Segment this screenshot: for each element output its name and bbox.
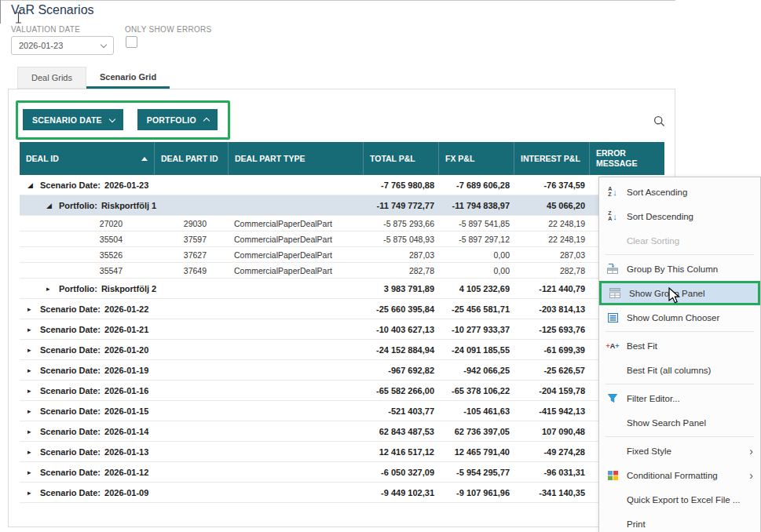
group-value: 2026-01-13 [104,447,148,457]
interest-pl-cell: 22 248,19 [514,219,590,228]
menu-item-conditional-formatting[interactable]: Conditional Formatting› [599,463,760,487]
column-header-label: DEAL ID [26,154,59,164]
grid-header-row: DEAL IDDEAL PART IDDEAL PART TYPETOTAL P… [20,142,664,175]
menu-item-show-group-panel[interactable]: Show Group Panel [599,281,760,305]
menu-item-show-column-chooser[interactable]: Show Column Chooser [599,305,760,330]
group-indent [20,184,27,185]
collapse-icon[interactable]: ◢ [46,202,59,210]
group-row[interactable]: ▸Scenario Date:2026-01-12-6 050 327,09-5… [20,462,664,483]
chevron-down-icon [101,42,107,48]
group-cell: ▸Scenario Date:2026-01-09 [20,488,364,497]
deal-part-type-cell: CommercialPaperDealPart [229,266,364,275]
expand-icon[interactable]: ▸ [27,448,40,456]
column-context-menu: AZ↓Sort AscendingZA↓Sort DescendingClear… [598,177,761,532]
menu-item-fixed-style[interactable]: Fixed Style› [599,439,760,463]
menu-item-sort-descending[interactable]: ZA↓Sort Descending [599,204,760,228]
table-row[interactable]: 3552637627CommercialPaperDealPart287,030… [20,247,664,263]
menu-item-label: Sort Descending [627,212,693,221]
table-row[interactable]: 3554737649CommercialPaperDealPart282,780… [20,263,664,279]
menu-separator [606,384,754,384]
menu-item-best-fit[interactable]: +A+Best Fit [599,333,760,358]
deal-part-type-cell: CommercialPaperDealPart [229,219,364,228]
menu-item-show-search-panel[interactable]: Show Search Panel [599,410,760,435]
menu-item-quick-export-to-excel-file[interactable]: Quick Export to Excel File ... [599,487,760,512]
expand-icon[interactable]: ▸ [27,489,40,497]
group-row[interactable]: ◢Portfolio:Riskportfölj 1-11 749 772,77-… [20,195,664,216]
expand-icon[interactable]: ▸ [27,305,40,313]
expand-icon[interactable]: ▸ [27,326,40,333]
group-row[interactable]: ▸Scenario Date:2026-01-16-65 582 266,00-… [20,381,664,401]
column-header-error-message[interactable]: ERROR MESSAGE [590,142,664,175]
group-row[interactable]: ▸Scenario Date:2026-01-20-24 152 884,94-… [20,340,664,360]
tab-deal-grids[interactable]: Deal Grids [17,67,86,89]
menu-item-group-by-this-column[interactable]: Group By This Column [599,257,760,281]
expand-icon[interactable]: ▸ [27,387,40,395]
total-pl-cell: 3 983 791,89 [364,284,439,293]
expand-icon[interactable]: ▸ [46,285,59,293]
column-header-fx-p-l[interactable]: FX P&L [439,142,514,175]
expand-icon[interactable]: ▸ [27,428,40,435]
search-icon[interactable] [651,113,667,129]
tab-scenario-grid[interactable]: Scenario Grid [86,67,170,89]
deal-id-cell: 27020 [20,219,155,228]
group-cell: ▸Scenario Date:2026-01-19 [20,366,364,375]
column-header-deal-id[interactable]: DEAL ID [20,142,155,175]
expand-icon[interactable]: ▸ [27,346,40,354]
group-value: 2026-01-21 [104,325,148,334]
group-row[interactable]: ▸Scenario Date:2026-01-19-967 692,82-942… [20,360,664,381]
only-show-errors-label: ONLY SHOW ERRORS [125,25,212,34]
group-row[interactable]: ▸Portfolio:Riskportfölj 23 983 791,894 1… [20,279,664,299]
interest-pl-cell: 45 066,20 [514,201,590,210]
fx-pl-cell: -5 897 541,85 [439,219,514,228]
page-title: VaR Scenarios [11,3,94,17]
group-row[interactable]: ▸Scenario Date:2026-01-21-10 403 627,13-… [20,319,664,340]
group-row[interactable]: ▸Scenario Date:2026-01-09-9 449 102,31-9… [20,483,664,503]
menu-item-filter-editor[interactable]: Filter Editor... [599,386,760,410]
group-row[interactable]: ▸Scenario Date:2026-01-15-521 403,77-105… [20,401,664,421]
menu-icon-placeholder [606,444,620,458]
expand-icon[interactable]: ▸ [27,366,40,374]
interest-pl-cell: -61 699,39 [514,345,590,355]
menu-separator [606,331,754,332]
menu-item-print[interactable]: Print [599,512,760,532]
group-row[interactable]: ▸Scenario Date:2026-01-1462 843 487,5362… [20,421,664,442]
group-row[interactable]: ▸Scenario Date:2026-01-22-25 660 395,84-… [20,299,664,319]
group-cell: ▸Scenario Date:2026-01-20 [20,345,364,355]
fx-pl-cell: 0,00 [439,250,514,260]
menu-item-best-fit-all-columns[interactable]: Best Fit (all columns) [599,358,760,382]
menu-item-clear-sorting[interactable]: Clear Sorting [599,228,760,253]
group-row[interactable]: ◢Scenario Date:2026-01-23-7 765 980,88-7… [20,175,664,195]
group-chip-scenario-date[interactable]: SCENARIO DATE [23,109,123,130]
valuation-date-select[interactable]: 2026-01-23 [11,36,114,55]
collapse-icon[interactable]: ◢ [27,181,40,189]
column-header-label: FX P&L [445,154,474,164]
chevron-up-icon [203,118,210,124]
menu-item-sort-ascending[interactable]: AZ↓Sort Ascending [599,180,760,204]
menu-item-label: Best Fit [627,341,657,351]
group-by-column-icon [606,262,620,276]
group-value: 2026-01-15 [104,406,148,416]
total-pl-cell: 62 843 487,53 [364,427,439,436]
table-row[interactable]: 2702029030CommercialPaperDealPart-5 875 … [20,216,664,231]
table-row[interactable]: 3550437597CommercialPaperDealPart-5 875 … [20,231,664,247]
menu-icon-placeholder [606,234,620,248]
total-pl-cell: -9 449 102,31 [364,488,439,497]
expand-icon[interactable]: ▸ [27,468,40,476]
column-header-deal-part-type[interactable]: DEAL PART TYPE [229,142,364,175]
column-header-total-p-l[interactable]: TOTAL P&L [364,142,439,175]
column-header-interest-p-l[interactable]: INTEREST P&L [514,142,590,175]
only-show-errors-checkbox[interactable] [126,36,137,48]
group-label: Scenario Date: [40,366,101,375]
expand-icon[interactable]: ▸ [27,407,40,415]
interest-pl-cell: 282,78 [514,266,590,275]
column-header-deal-part-id[interactable]: DEAL PART ID [155,142,229,175]
fx-pl-cell: -5 954 295,77 [439,468,514,477]
interest-pl-cell: -96 031,31 [514,468,590,477]
group-row[interactable]: ▸Scenario Date:2026-01-1312 416 517,1212… [20,442,664,462]
sort-ascending-arrow-icon [141,157,148,161]
fx-pl-cell: 0,00 [439,266,514,275]
deal-part-id-cell: 37649 [155,266,229,275]
group-indent [20,288,46,289]
total-pl-cell: -10 403 627,13 [364,325,439,334]
group-chip-portfolio[interactable]: PORTFOLIO [137,109,218,130]
